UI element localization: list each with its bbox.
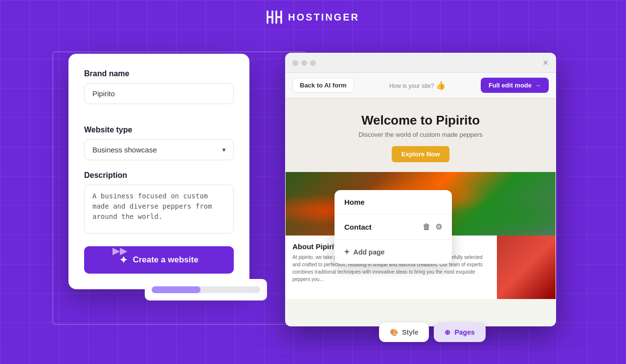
progress-bar-fill <box>152 286 201 293</box>
gear-icon[interactable]: ⚙ <box>435 222 442 232</box>
close-icon[interactable]: ✕ <box>542 58 549 67</box>
about-image <box>497 236 556 299</box>
website-type-label: Website type <box>84 126 234 134</box>
nav-item-actions: 🗑 ⚙ <box>423 222 442 232</box>
hostinger-logo-icon <box>267 10 284 24</box>
dot-1 <box>292 60 298 66</box>
brand-name-input[interactable] <box>84 83 234 104</box>
create-website-button[interactable]: ✦ Create a website <box>84 246 234 274</box>
style-tab-button[interactable]: 🎨 Style <box>379 322 429 342</box>
hero-subtitle: Discover the world of custom made pepper… <box>295 131 546 138</box>
website-type-select[interactable]: Business showcase E-commerce Blog Portfo… <box>84 139 234 160</box>
progress-area <box>145 279 267 300</box>
website-type-group: Website type Business showcase E-commerc… <box>84 126 234 160</box>
trash-icon[interactable]: 🗑 <box>423 223 430 232</box>
style-tab-icon: 🎨 <box>390 328 398 336</box>
bottom-tabs: 🎨 Style ⊕ Pages <box>379 322 486 342</box>
logo-text: HOSTINGER <box>288 12 359 23</box>
how-is-site-text: How is your site? 👍 <box>359 81 476 90</box>
pages-tab-icon: ⊕ <box>445 328 450 336</box>
nav-item-home[interactable]: Home <box>335 190 452 214</box>
brand-name-label: Brand name <box>84 69 234 78</box>
hero-section: Welcome to Pipirito Discover the world o… <box>286 98 556 172</box>
description-textarea[interactable]: A business focused on custom made and di… <box>84 185 234 234</box>
add-page-button[interactable]: + Add page <box>335 240 452 264</box>
progress-bar-background <box>152 286 260 293</box>
hero-title: Welcome to Pipirito <box>295 113 546 128</box>
description-group: Description A business focused on custom… <box>84 171 234 236</box>
nav-dropdown-menu: Home Contact 🗑 ⚙ + Add page <box>335 190 452 264</box>
pages-tab-button[interactable]: ⊕ Pages <box>434 322 485 342</box>
explore-now-button[interactable]: Explore Now <box>392 146 450 162</box>
browser-dots <box>292 60 316 66</box>
form-panel: Brand name Website type Business showcas… <box>68 54 249 289</box>
plus-icon: + <box>344 247 350 257</box>
logo-container: HOSTINGER <box>267 10 359 24</box>
dot-3 <box>310 60 316 66</box>
browser-toolbar: Back to AI form How is your site? 👍 Full… <box>286 73 556 98</box>
website-type-select-wrapper: Business showcase E-commerce Blog Portfo… <box>84 139 234 160</box>
site-preview: Welcome to Pipirito Discover the world o… <box>286 98 556 326</box>
arrow-right-icon: → <box>535 82 541 89</box>
header: HOSTINGER <box>0 0 626 34</box>
forward-arrows-icon: ▶▶ <box>112 245 127 257</box>
browser-chrome: ✕ <box>286 53 556 73</box>
create-btn-label: Create a website <box>133 255 198 265</box>
brand-name-group: Brand name <box>84 69 234 115</box>
dot-2 <box>301 60 307 66</box>
full-edit-mode-button[interactable]: Full edit mode → <box>481 78 549 93</box>
description-label: Description <box>84 171 234 180</box>
nav-item-contact[interactable]: Contact 🗑 ⚙ <box>335 214 452 240</box>
browser-window: ✕ Back to AI form How is your site? 👍 Fu… <box>285 53 556 326</box>
back-to-ai-button[interactable]: Back to AI form <box>292 78 354 93</box>
thumbs-up-icon: 👍 <box>436 81 446 89</box>
